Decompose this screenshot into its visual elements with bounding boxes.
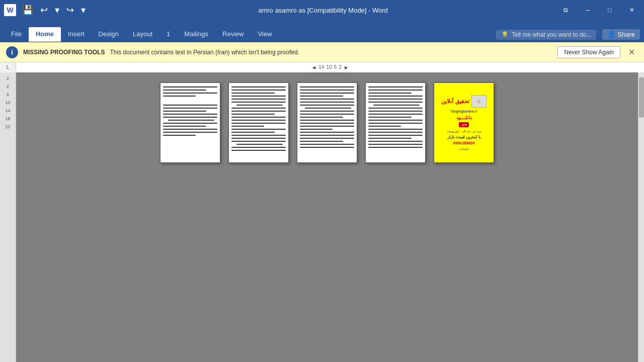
document-area: 2 2 6 10 14 18 22 <box>0 72 644 362</box>
ribbon-search[interactable]: 💡 Tell me what you want to do... <box>496 30 596 40</box>
page-3-content <box>297 83 357 162</box>
ruler-arrow-right[interactable]: ► <box>344 64 349 70</box>
redo-button[interactable]: ↪ <box>63 4 77 17</box>
document-title: amro asamro as [Compatibility Mode] - Wo… <box>89 7 557 14</box>
restore-down-button[interactable]: ⧉ <box>557 3 574 17</box>
info-icon: i <box>6 46 18 58</box>
close-button[interactable]: ✕ <box>624 3 640 17</box>
undo-button[interactable]: ↩ <box>37 4 51 17</box>
word-icon: W <box>4 4 16 16</box>
ruler-controls: ◄ 14 10 6 2 ► <box>311 64 349 70</box>
ad-tagline: با کمترین قیمت بازار <box>447 135 481 139</box>
search-placeholder-text: Tell me what you want to do... <box>512 31 591 38</box>
scrollbar-thumb[interactable] <box>639 77 644 118</box>
document-canvas: 🏠 تحقیق آنلاین Tahghighonline.ir دانلـــ… <box>16 72 638 362</box>
notification-bar: i MISSING PROOFING TOOLS This document c… <box>0 42 644 62</box>
page-4[interactable] <box>365 82 426 163</box>
ribbon: File Home Insert Design Layout 1 Mailing… <box>0 20 644 42</box>
person-icon: 👤 <box>607 31 615 38</box>
ad-file-label: فایل <box>459 122 469 127</box>
maximize-button[interactable]: □ <box>602 3 618 17</box>
vertical-scrollbar[interactable] <box>638 72 644 362</box>
titlebar: W 💾 ↩ ▾ ↪ ▾ amro asamro as [Compatibilit… <box>0 0 644 20</box>
ruler-arrow-left[interactable]: ◄ <box>311 64 316 70</box>
ad-download: دانلـــود <box>456 115 472 120</box>
tab-design[interactable]: Design <box>92 27 126 42</box>
customize-quick-access[interactable]: ▾ <box>78 4 89 17</box>
undo-group[interactable]: 💾 ↩ ▾ ↪ ▾ <box>19 4 89 17</box>
tab-references[interactable]: 1 <box>159 27 177 42</box>
notification-message: This document contains text in Persian (… <box>110 49 552 56</box>
share-button[interactable]: 👤 Share <box>602 29 640 40</box>
page-1-content <box>160 83 220 162</box>
ad-main-title: تحقیق آنلاین <box>441 98 469 105</box>
page-2[interactable] <box>228 82 289 163</box>
save-button[interactable]: 💾 <box>19 4 36 17</box>
page-1[interactable] <box>160 82 220 163</box>
share-label: Share <box>617 31 635 38</box>
lightbulb-icon: 💡 <box>501 31 509 38</box>
notification-close-button[interactable]: ✕ <box>625 47 638 57</box>
tab-layout[interactable]: Layout <box>126 27 159 42</box>
titlebar-left: W 💾 ↩ ▾ ↪ ▾ <box>4 4 89 17</box>
page-thumbnails: 🏠 تحقیق آنلاین Tahghighonline.ir دانلـــ… <box>160 82 494 163</box>
ad-contact: واتساپ <box>459 147 469 150</box>
ad-formats: ورد-پی دی اف - پاورپوینت <box>447 129 481 133</box>
tab-view[interactable]: View <box>251 27 279 42</box>
undo-dropdown[interactable]: ▾ <box>52 4 62 17</box>
titlebar-right: ⧉ ─ □ ✕ <box>557 3 640 17</box>
page-5-ad[interactable]: 🏠 تحقیق آنلاین Tahghighonline.ir دانلـــ… <box>434 82 494 163</box>
page-3[interactable] <box>297 82 357 163</box>
tab-file[interactable]: File <box>4 27 29 42</box>
ruler-main: ◄ 14 10 6 2 ► <box>16 62 644 72</box>
ad-logo: 🏠 <box>471 95 487 108</box>
ruler-corner-icon[interactable]: L <box>0 62 16 72</box>
notification-title: MISSING PROOFING TOOLS <box>23 49 105 56</box>
minimize-button[interactable]: ─ <box>580 3 596 17</box>
page-4-content <box>366 83 425 162</box>
tab-review[interactable]: Review <box>215 27 251 42</box>
ad-phone: 09981366624 <box>453 141 475 145</box>
horizontal-ruler: L ◄ 14 10 6 2 ► <box>0 62 644 72</box>
never-show-again-button[interactable]: Never Show Again <box>557 46 620 58</box>
vertical-ruler: 2 2 6 10 14 18 22 <box>0 72 16 362</box>
tab-insert[interactable]: Insert <box>61 27 92 42</box>
ruler-corner: L <box>0 62 16 72</box>
page-2-content <box>229 83 288 162</box>
tab-mailings[interactable]: Mailings <box>177 27 215 42</box>
tab-home[interactable]: Home <box>29 27 61 42</box>
ad-site: Tahghighonline.ir <box>451 110 477 113</box>
